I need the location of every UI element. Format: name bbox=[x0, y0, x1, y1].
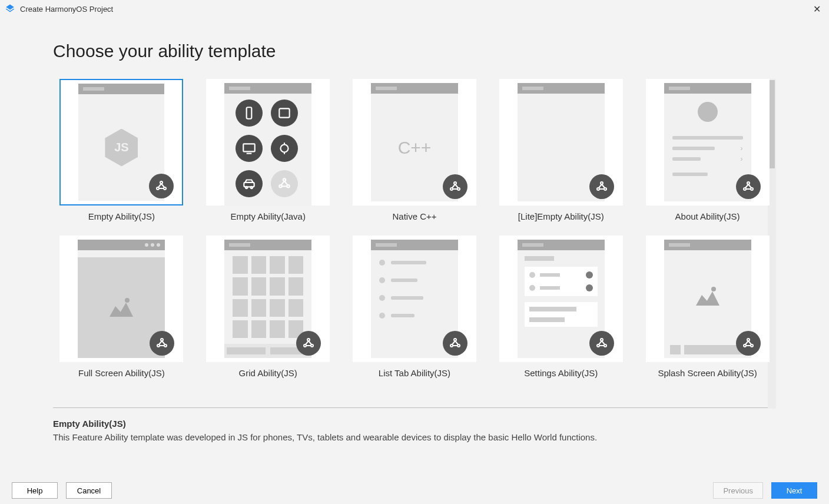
template-splash-js[interactable]: Splash Screen Ability(JS) bbox=[639, 236, 776, 378]
svg-point-20 bbox=[597, 188, 599, 190]
template-settings-js[interactable]: Settings Ability(JS) bbox=[492, 236, 629, 378]
svg-point-24 bbox=[751, 188, 753, 190]
distributed-badge-icon bbox=[296, 331, 321, 356]
template-native-cpp[interactable]: C++ Native C++ bbox=[346, 79, 483, 221]
app-logo-icon bbox=[5, 4, 15, 14]
js-hex-icon: JS bbox=[104, 128, 139, 168]
cpp-text-icon: C++ bbox=[398, 138, 432, 158]
template-listtab-js[interactable]: List Tab Ability(JS) bbox=[346, 236, 483, 378]
template-label: Full Screen Ability(JS) bbox=[53, 368, 190, 378]
svg-point-13 bbox=[283, 178, 286, 181]
svg-point-35 bbox=[597, 344, 599, 347]
window-title: Create HarmonyOS Project bbox=[20, 5, 113, 14]
svg-point-27 bbox=[164, 344, 167, 347]
svg-point-19 bbox=[601, 182, 603, 184]
template-scroll-area: JS Empty Ability(JS) bbox=[53, 79, 776, 409]
template-label: Native C++ bbox=[346, 211, 483, 221]
template-label: Empty Ability(Java) bbox=[200, 211, 337, 221]
distributed-badge-icon bbox=[589, 174, 614, 199]
svg-rect-5 bbox=[243, 144, 255, 151]
svg-point-26 bbox=[157, 344, 160, 347]
template-about-js[interactable]: › › About Ability(JS) bbox=[639, 79, 776, 221]
image-placeholder-icon bbox=[110, 299, 133, 317]
template-label: Empty Ability(JS) bbox=[53, 211, 190, 221]
distributed-light-icon bbox=[271, 170, 298, 197]
svg-rect-3 bbox=[247, 107, 252, 119]
template-fullscreen-js[interactable]: Full Screen Ability(JS) bbox=[53, 236, 190, 378]
svg-point-31 bbox=[454, 339, 456, 341]
svg-point-25 bbox=[161, 339, 163, 341]
distributed-badge-icon bbox=[589, 331, 614, 356]
template-label: About Ability(JS) bbox=[639, 211, 776, 221]
svg-point-28 bbox=[307, 339, 310, 341]
svg-point-22 bbox=[747, 182, 750, 184]
svg-point-21 bbox=[604, 188, 606, 190]
template-label: List Tab Ability(JS) bbox=[346, 368, 483, 378]
svg-rect-4 bbox=[280, 108, 290, 117]
svg-point-38 bbox=[744, 344, 746, 347]
car-icon bbox=[236, 170, 263, 197]
description-title: Empty Ability(JS) bbox=[53, 419, 776, 429]
template-empty-js[interactable]: JS Empty Ability(JS) bbox=[53, 79, 190, 221]
svg-point-15 bbox=[287, 185, 290, 187]
template-label: Grid Ability(JS) bbox=[200, 368, 337, 378]
help-button[interactable]: Help bbox=[12, 482, 58, 499]
image-placeholder-icon bbox=[696, 288, 719, 306]
tablet-icon bbox=[271, 100, 298, 127]
page-title: Choose your ability template bbox=[53, 41, 776, 61]
svg-point-34 bbox=[601, 339, 603, 341]
svg-point-7 bbox=[281, 145, 289, 152]
distributed-badge-icon bbox=[736, 331, 761, 356]
phone-icon bbox=[236, 100, 263, 127]
template-label: Settings Ability(JS) bbox=[492, 368, 629, 378]
svg-point-37 bbox=[747, 339, 750, 341]
svg-point-1 bbox=[157, 187, 159, 190]
close-icon[interactable]: ✕ bbox=[810, 2, 824, 16]
tv-icon bbox=[236, 135, 263, 162]
next-button[interactable]: Next bbox=[771, 482, 817, 499]
svg-point-0 bbox=[160, 181, 163, 184]
template-empty-java[interactable]: Empty Ability(Java) bbox=[200, 79, 337, 221]
svg-rect-10 bbox=[244, 183, 254, 187]
distributed-badge-icon bbox=[150, 331, 174, 356]
svg-point-16 bbox=[454, 182, 456, 184]
svg-point-33 bbox=[457, 344, 460, 347]
titlebar: Create HarmonyOS Project ✕ bbox=[0, 0, 829, 18]
svg-point-2 bbox=[164, 187, 166, 190]
distributed-badge-icon bbox=[149, 174, 174, 198]
svg-point-32 bbox=[450, 344, 453, 347]
svg-point-39 bbox=[751, 344, 753, 347]
svg-point-23 bbox=[744, 188, 746, 190]
svg-point-17 bbox=[450, 188, 453, 190]
svg-point-14 bbox=[280, 185, 282, 187]
template-grid-js[interactable]: Grid Ability(JS) bbox=[200, 236, 337, 378]
svg-point-36 bbox=[604, 344, 606, 347]
distributed-badge-icon bbox=[443, 174, 467, 199]
content-area: Choose your ability template JS bbox=[0, 18, 829, 477]
svg-point-18 bbox=[457, 188, 460, 190]
template-label: Splash Screen Ability(JS) bbox=[639, 368, 776, 378]
template-label: [Lite]Empty Ability(JS) bbox=[492, 211, 629, 221]
svg-point-30 bbox=[311, 344, 313, 347]
description-text: This Feature Ability template was develo… bbox=[53, 432, 776, 442]
previous-button: Previous bbox=[713, 482, 763, 499]
cancel-button[interactable]: Cancel bbox=[66, 482, 112, 499]
distributed-badge-icon bbox=[443, 331, 467, 356]
footer: Help Cancel Previous Next bbox=[0, 477, 829, 504]
template-lite-empty-js[interactable]: [Lite]Empty Ability(JS) bbox=[492, 79, 629, 221]
distributed-badge-icon bbox=[736, 174, 761, 199]
template-grid: JS Empty Ability(JS) bbox=[53, 79, 776, 378]
scrollbar-thumb[interactable] bbox=[769, 80, 775, 168]
watch-icon bbox=[271, 135, 298, 162]
svg-point-29 bbox=[304, 344, 306, 347]
